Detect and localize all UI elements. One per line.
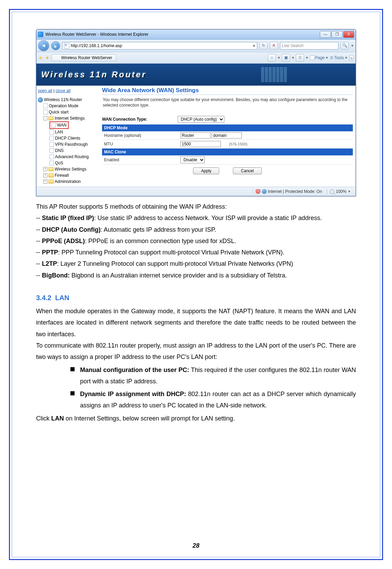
sidebar-links: open all | close all [38, 88, 98, 94]
lan-para-3: Click LAN on Internet Settings, below sc… [36, 413, 356, 424]
method-dhcp: -- DHCP (Auto Config): Automatic gets IP… [36, 224, 356, 236]
mtu-input[interactable] [180, 141, 221, 147]
tree-root[interactable]: Wireless 11N Router [38, 97, 98, 103]
router-banner: Wireless 11n Router [36, 64, 356, 86]
page-icon [43, 110, 48, 114]
page-icon [64, 43, 69, 48]
tools-menu[interactable]: ⚙Tools ▼ [330, 55, 348, 60]
mac-enabled-select[interactable]: Disable [180, 156, 205, 163]
method-bigbond: -- BigBond: Bigbond is an Australian int… [36, 270, 356, 281]
back-button[interactable]: ◄ [38, 40, 49, 51]
wan-conn-type-select[interactable]: DHCP (Auto config) [178, 116, 224, 123]
stop-button[interactable]: ✕ [270, 42, 278, 50]
close-all-link[interactable]: close all [56, 88, 70, 93]
ie-icon [38, 32, 43, 37]
wan-conn-type-row: WAN Connection Type: DHCP (Auto config) [102, 114, 353, 124]
page-icon [52, 123, 56, 128]
protected-mode-status: Internet | Protected Mode: On [253, 189, 325, 194]
tree-advanced-routing[interactable]: Advanced Routing [38, 154, 98, 160]
mac-clone-header: MAC Clone [102, 149, 353, 155]
search-button[interactable]: 🔍 [340, 42, 349, 50]
cancel-button[interactable]: Cancel [233, 167, 261, 174]
page-menu[interactable]: Page ▼ [310, 55, 328, 60]
section-heading: 3.4.2 LAN [36, 292, 356, 304]
tree-administration[interactable]: +Administration [38, 178, 98, 185]
tree-quick-start[interactable]: Quick start [38, 109, 98, 115]
page-icon [49, 154, 54, 159]
enabled-label: Enabled [102, 155, 178, 165]
folder-icon [48, 173, 54, 177]
zoom-icon [330, 189, 334, 194]
forward-button[interactable]: ► [51, 41, 60, 50]
tree-dhcp-clients[interactable]: DHCP Clients [38, 135, 98, 141]
tree-wireless-settings[interactable]: +Wireless Settings [38, 166, 98, 172]
expand-icon[interactable]: + [43, 179, 47, 184]
intro-text: This AP Router supports 5 methods of obt… [36, 201, 356, 212]
page-icon [49, 161, 54, 165]
mac-enabled-row: Enabled Disable [102, 155, 353, 165]
lan-para-1: When the module operates in the Gateway … [36, 306, 356, 340]
tree-lan[interactable]: LAN [38, 129, 98, 135]
globe-icon [38, 97, 43, 102]
tree-dns[interactable]: DNS [38, 147, 98, 154]
url-dropdown-icon[interactable]: ▼ [252, 44, 256, 48]
tree-firewall[interactable]: +Firewall [38, 172, 98, 178]
expand-icon[interactable]: + [43, 173, 47, 177]
method-l2tp: -- L2TP: Layer 2 Tunneling Protocol can … [36, 258, 356, 270]
search-box[interactable]: Live Search [280, 42, 338, 50]
zoom-control[interactable]: 100% ▼ [327, 189, 354, 194]
page-icon [49, 130, 54, 134]
domain-input[interactable] [212, 132, 242, 139]
folder-icon [48, 116, 54, 120]
maximize-button[interactable]: ❐ [332, 31, 343, 38]
folder-icon [48, 179, 54, 184]
page-title: Wide Area Network (WAN) Settings [102, 87, 353, 95]
banner-title: Wireless 11n Router [41, 70, 147, 79]
router-body: open all | close all Wireless 11N Router… [36, 86, 356, 187]
page-number: 28 [12, 542, 380, 549]
tab-active[interactable]: Wireless Router WebServer [52, 54, 116, 61]
window-title: Wireless Router WebServer - Windows Inte… [45, 32, 148, 37]
expand-icon[interactable]: + [43, 167, 47, 171]
add-favorite-icon[interactable]: ✦ [45, 55, 49, 61]
shield-icon [256, 189, 260, 194]
open-all-link[interactable]: open all [38, 88, 52, 93]
tree-qos[interactable]: QoS [38, 160, 98, 166]
sidebar: open all | close all Wireless 11N Router… [36, 86, 99, 187]
tree-vpn-passthrough[interactable]: VPN Passthrough [38, 141, 98, 147]
method-static-ip: -- Static IP (fixed IP): Use static IP a… [36, 212, 356, 224]
folder-icon [48, 167, 54, 171]
tree-operation-mode[interactable]: Operation Mode [38, 103, 98, 109]
collapse-icon[interactable]: - [43, 116, 47, 120]
close-button[interactable]: X [343, 31, 354, 38]
address-bar[interactable]: http://192.168.1.1/home.asp ▼ [62, 42, 257, 50]
search-placeholder: Live Search [282, 43, 303, 48]
hostname-label: Hostname (optional) [102, 131, 178, 140]
url-text: http://192.168.1.1/home.asp [71, 43, 122, 48]
toolbar-overflow[interactable]: » [349, 55, 354, 61]
hostname-input[interactable] [180, 132, 211, 139]
search-dropdown-icon[interactable]: ▼ [351, 44, 354, 47]
window-title-bar: Wireless Router WebServer - Windows Inte… [36, 30, 356, 40]
tree-internet-settings[interactable]: -Internet Settings [38, 115, 98, 121]
home-icon[interactable]: ⌂ [268, 54, 276, 62]
print-icon[interactable]: ⎙ [296, 54, 304, 62]
main-panel: Wide Area Network (WAN) Settings You may… [99, 86, 356, 187]
page-description: You may choose different connection type… [102, 95, 353, 114]
page-icon [43, 103, 48, 108]
mtu-range: (576-1500) [229, 142, 247, 146]
tree-wan[interactable]: WAN [38, 121, 98, 129]
minimize-button[interactable]: — [320, 31, 331, 38]
status-bar: Internet | Protected Mode: On 100% ▼ [36, 187, 356, 196]
feeds-icon[interactable]: ▣ [282, 54, 290, 62]
tab-label: Wireless Router WebServer [61, 55, 112, 60]
browser-window: Wireless Router WebServer - Windows Inte… [36, 29, 356, 196]
wan-conn-type-label: WAN Connection Type: [102, 117, 178, 122]
nav-toolbar: ◄ ► http://192.168.1.1/home.asp ▼ ↻ ✕ Li… [36, 40, 356, 52]
favorites-star-icon[interactable]: ★ [38, 55, 43, 61]
apply-button[interactable]: Apply [193, 167, 219, 174]
refresh-button[interactable]: ↻ [259, 42, 268, 50]
method-pptp: -- PPTP: PPP Tunneling Protocol can supp… [36, 247, 356, 258]
document-body: This AP Router supports 5 methods of obt… [36, 201, 356, 424]
bullet-manual-config: Manual configuration of the user PC: Thi… [70, 364, 356, 387]
